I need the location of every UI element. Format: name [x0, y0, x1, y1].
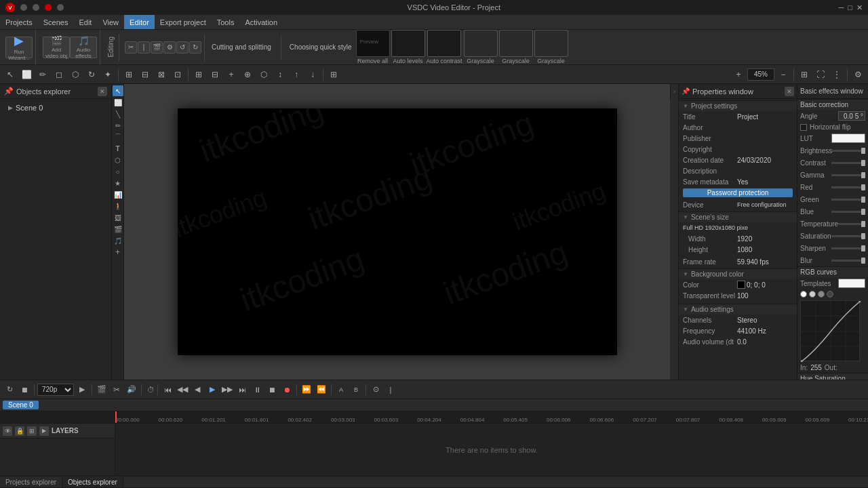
run-wizard-btn[interactable]: ▶ RunWizard...: [5, 37, 33, 58]
menu-export[interactable]: Export project: [155, 15, 212, 29]
templates-box[interactable]: [838, 279, 865, 288]
close-btn[interactable]: ✕: [856, 3, 863, 12]
playhead[interactable]: [115, 411, 117, 423]
basic-correction-toggle[interactable]: Basic correction: [797, 99, 868, 110]
align-tool-1[interactable]: ⊞: [121, 67, 136, 82]
qs-remove[interactable]: Preview Remove all: [356, 30, 390, 64]
rgb-circle-gray3[interactable]: [827, 291, 833, 298]
tool-chart[interactable]: 📊: [113, 189, 123, 200]
fullscreen-btn[interactable]: ⛶: [813, 67, 828, 82]
prev-frame-btn[interactable]: ◀◀: [176, 383, 189, 396]
tool-circle[interactable]: ○: [113, 166, 123, 177]
bg-color-toggle[interactable]: ▼ Background color: [679, 268, 797, 279]
tab-objects-explorer[interactable]: Objects explorer: [62, 477, 123, 487]
track-type-icon[interactable]: ▶: [39, 426, 49, 436]
scissors-btn[interactable]: ✂: [110, 383, 123, 396]
pause-btn[interactable]: ⏸: [250, 383, 264, 396]
qs-grayscale-1[interactable]: Grayscale: [464, 30, 498, 64]
minimize-btn[interactable]: ─: [839, 3, 844, 12]
skip-start-btn[interactable]: ⏮: [161, 383, 174, 396]
audio-settings-toggle[interactable]: ▼ Audio settings: [679, 304, 797, 314]
menu-view[interactable]: View: [97, 15, 124, 29]
edit-tool-2[interactable]: |: [138, 41, 150, 54]
color-swatch[interactable]: [737, 281, 745, 289]
edit-tool-3[interactable]: 🎬: [151, 41, 163, 54]
blue-slider[interactable]: [831, 211, 865, 213]
rgb-curves-toggle[interactable]: RGB curves: [797, 266, 868, 277]
edit-tool-4[interactable]: ⚙: [163, 41, 176, 54]
contrast-slider[interactable]: [831, 162, 865, 164]
fit-btn[interactable]: ⊞: [797, 67, 812, 82]
blur-slider[interactable]: [831, 260, 865, 262]
slow-fwd-btn[interactable]: ⏩: [300, 383, 313, 396]
position-tool[interactable]: ⊞: [326, 67, 341, 82]
qs-autolevels[interactable]: Auto levels: [391, 30, 425, 64]
titlebar-win-btn-2[interactable]: [33, 4, 39, 11]
rotate-tool[interactable]: ↻: [84, 67, 99, 82]
tool-text[interactable]: T: [113, 143, 123, 154]
angle-input[interactable]: [838, 111, 865, 121]
rgb-circle-white[interactable]: [800, 291, 807, 298]
tool-image[interactable]: 🖼: [113, 212, 123, 223]
password-protection-badge[interactable]: Password protection: [683, 188, 793, 197]
props-pin-icon[interactable]: 📌: [682, 87, 690, 95]
record-btn[interactable]: ⏺: [280, 383, 294, 396]
eraser-tool[interactable]: ◻: [52, 67, 66, 82]
titlebar-win-btn-1[interactable]: [20, 4, 27, 11]
gamma-slider[interactable]: [831, 174, 865, 176]
eye-icon[interactable]: 👁: [3, 426, 12, 436]
titlebar-win-btn-4[interactable]: [57, 4, 64, 11]
zoom-in-btn[interactable]: +: [731, 67, 746, 82]
align-tool-3[interactable]: ⊠: [154, 67, 169, 82]
tool-shape[interactable]: ⬡: [113, 155, 123, 165]
lock-icon[interactable]: 🔒: [15, 426, 24, 436]
play-btn[interactable]: ▶: [75, 383, 89, 396]
volume-btn[interactable]: 🔊: [125, 383, 138, 396]
snap-to-btn[interactable]: ⊙: [369, 383, 382, 396]
path-tool[interactable]: ⬡: [256, 67, 271, 82]
tool-star[interactable]: ★: [113, 178, 123, 188]
point-a-btn[interactable]: A: [334, 383, 348, 396]
obj-explorer-pin-icon[interactable]: 📌: [4, 87, 14, 96]
edit-tool-6[interactable]: ↻: [189, 41, 201, 54]
quality-select[interactable]: 720p 480p 1080p: [37, 384, 74, 396]
tool-line[interactable]: ╲: [113, 108, 123, 119]
step-back-btn[interactable]: ◀: [191, 383, 204, 396]
audio-effects-btn[interactable]: 🎵 Audioeffects: [70, 37, 97, 58]
snap-tool[interactable]: ⊟: [208, 67, 222, 82]
maximize-btn[interactable]: □: [848, 3, 852, 12]
menu-activation[interactable]: Activation: [239, 15, 283, 29]
settings-btn[interactable]: ⚙: [850, 67, 865, 82]
obj-explorer-close-btn[interactable]: ✕: [98, 87, 107, 96]
menu-tools[interactable]: Tools: [212, 15, 240, 29]
stop-btn[interactable]: ⏹: [18, 383, 31, 396]
arrow-tool[interactable]: ↑: [289, 67, 304, 82]
green-slider[interactable]: [831, 199, 865, 201]
anchor-tool[interactable]: ⊕: [240, 67, 255, 82]
project-settings-toggle[interactable]: ▼ Project settings: [679, 100, 797, 111]
rgb-circle-gray2[interactable]: [818, 291, 825, 298]
polygon-tool[interactable]: ⬡: [68, 67, 83, 82]
point-b-btn[interactable]: B: [349, 383, 363, 396]
align-tool-4[interactable]: ⊡: [170, 67, 185, 82]
rgb-circle-gray1[interactable]: [809, 291, 816, 298]
tool-audio[interactable]: 🎵: [113, 235, 123, 246]
stop2-btn[interactable]: ⏹: [265, 383, 279, 396]
props-close-btn[interactable]: ✕: [785, 87, 794, 96]
scene-0-item[interactable]: ▶ Scene 0: [3, 102, 108, 114]
brightness-slider[interactable]: [832, 150, 865, 152]
arrow-dn-tool[interactable]: ↓: [305, 67, 320, 82]
horiz-flip-checkbox[interactable]: [800, 124, 807, 131]
edit-tool-5[interactable]: ↺: [176, 41, 189, 54]
edit-tool-1[interactable]: ✂: [125, 41, 137, 54]
grid-tool[interactable]: ⊞: [191, 67, 206, 82]
qs-grayscale-2[interactable]: Grayscale: [499, 30, 533, 64]
add-video-btn[interactable]: 🎬 Addvideo obj: [43, 37, 70, 58]
loop-btn[interactable]: ↻: [3, 383, 16, 396]
tool-rect[interactable]: ⬜: [113, 97, 123, 108]
view-options-btn[interactable]: ⋮: [829, 67, 844, 82]
tool-video[interactable]: 🎬: [113, 224, 123, 235]
select-tool[interactable]: ↖: [3, 67, 18, 82]
hue-saturation-toggle[interactable]: Hue Saturation curves: [797, 373, 868, 380]
track-icon-3[interactable]: ⊞: [27, 426, 37, 436]
